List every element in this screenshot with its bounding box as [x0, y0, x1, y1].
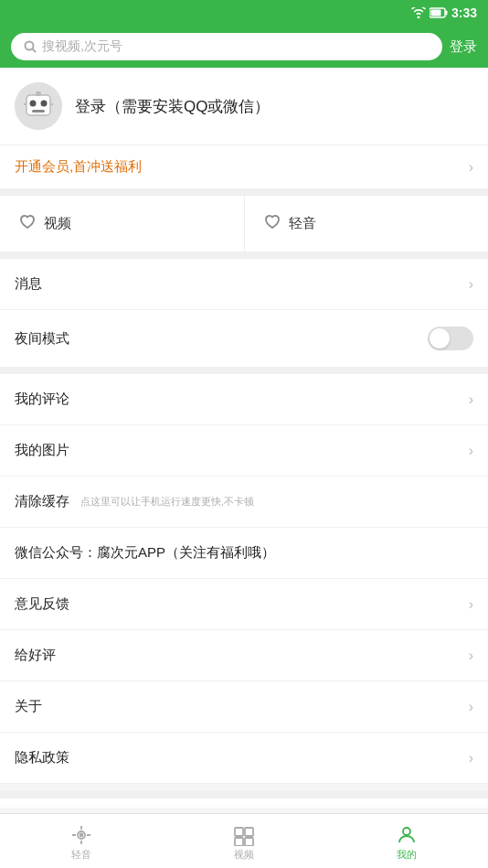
svg-rect-10	[36, 91, 41, 96]
heart-video-icon	[18, 212, 37, 235]
bottom-nav: 轻音 视频 我的	[0, 813, 488, 868]
search-placeholder-text: 搜视频,次元号	[42, 38, 122, 55]
menu-item-left-wechat-official: 微信公众号：腐次元APP（关注有福利哦）	[15, 544, 473, 562]
menu-item-label-clear-cache: 清除缓存	[15, 493, 69, 510]
search-bar: 搜视频,次元号 登录	[0, 26, 488, 68]
menu-chevron-icon-about: ›	[469, 699, 473, 715]
menu-item-feedback[interactable]: 意见反馈›	[0, 579, 488, 630]
toggle-night-mode[interactable]	[428, 327, 473, 350]
menu-item-label-messages: 消息	[15, 275, 42, 293]
search-input-wrapper[interactable]: 搜视频,次元号	[11, 33, 442, 60]
logout-section: 退出登录	[0, 791, 488, 808]
menu-item-clear-cache: 清除缓存点这里可以让手机运行速度更快,不卡顿	[0, 477, 488, 528]
nav-lightmusic-icon	[70, 824, 92, 846]
menu-chevron-icon-my-comments: ›	[469, 391, 473, 408]
svg-rect-18	[245, 838, 253, 846]
nav-my-icon	[396, 824, 418, 846]
nav-my-label: 我的	[397, 848, 417, 862]
vip-text: 开通会员,首冲送福利	[15, 158, 142, 176]
menu-item-night-mode[interactable]: 夜间模式	[0, 310, 488, 374]
menu-item-rate[interactable]: 给好评›	[0, 630, 488, 681]
toggle-thumb-night-mode	[430, 328, 450, 348]
svg-rect-16	[245, 828, 253, 836]
wifi-icon	[411, 7, 426, 18]
vip-banner[interactable]: 开通会员,首冲送福利 ›	[0, 145, 488, 196]
favorites-section: 视频 轻音	[0, 196, 488, 259]
menu-item-about[interactable]: 关于›	[0, 681, 488, 733]
menu-item-label-privacy: 隐私政策	[15, 749, 69, 766]
menu-item-privacy[interactable]: 隐私政策›	[0, 733, 488, 784]
menu-chevron-icon-privacy: ›	[469, 750, 473, 766]
status-icons: 3:33	[411, 5, 477, 20]
svg-point-19	[403, 828, 410, 835]
nav-item-video[interactable]: 视频	[163, 820, 325, 862]
menu-item-messages[interactable]: 消息›	[0, 259, 488, 310]
svg-rect-17	[235, 838, 243, 846]
toggle-track-night-mode	[428, 327, 473, 350]
vip-chevron-icon: ›	[469, 159, 473, 176]
menu-item-my-images[interactable]: 我的图片›	[0, 425, 488, 477]
menu-item-label-wechat-official: 微信公众号：腐次元APP（关注有福利哦）	[15, 544, 275, 562]
menu-item-left-my-comments: 我的评论	[15, 391, 469, 408]
nav-video-label: 视频	[234, 848, 254, 862]
svg-point-3	[26, 42, 34, 50]
menu-item-sub-clear-cache: 点这里可以让手机运行速度更快,不卡顿	[80, 495, 254, 509]
battery-icon	[430, 7, 448, 18]
favorites-lightmusic-item[interactable]: 轻音	[245, 196, 489, 252]
menu-item-label-night-mode: 夜间模式	[15, 330, 69, 348]
menu-item-wechat-official: 微信公众号：腐次元APP（关注有福利哦）	[0, 528, 488, 579]
svg-line-4	[33, 49, 37, 53]
status-time: 3:33	[451, 5, 477, 20]
menu-item-label-rate: 给好评	[15, 647, 56, 664]
svg-rect-15	[235, 828, 243, 836]
nav-video-icon	[233, 824, 255, 846]
favorites-video-label: 视频	[44, 215, 71, 232]
menu-item-label-my-images: 我的图片	[15, 442, 69, 459]
status-bar: 3:33	[0, 0, 488, 26]
menu-item-label-my-comments: 我的评论	[15, 391, 69, 408]
menu-chevron-icon-messages: ›	[469, 276, 473, 293]
menu-item-my-comments[interactable]: 我的评论›	[0, 374, 488, 425]
menu-list: 消息›夜间模式我的评论›我的图片›清除缓存点这里可以让手机运行速度更快,不卡顿微…	[0, 259, 488, 784]
menu-chevron-icon-feedback: ›	[469, 596, 473, 613]
profile-login-text: 登录（需要安装QQ或微信）	[75, 96, 270, 117]
menu-item-left-about: 关于	[15, 698, 469, 715]
nav-item-my[interactable]: 我的	[325, 820, 488, 862]
menu-item-left-night-mode: 夜间模式	[15, 330, 428, 348]
menu-item-label-feedback: 意见反馈	[15, 595, 69, 613]
nav-lightmusic-label: 轻音	[71, 848, 91, 862]
nav-item-light-music[interactable]: 轻音	[0, 820, 163, 862]
svg-point-14	[80, 834, 83, 837]
avatar-icon	[15, 82, 62, 130]
svg-rect-1	[445, 11, 447, 16]
svg-point-7	[30, 101, 37, 107]
svg-point-8	[41, 101, 48, 107]
avatar	[15, 82, 62, 130]
content-area: 登录（需要安装QQ或微信） 开通会员,首冲送福利 › 视频 轻音 消息›夜间模式…	[0, 68, 488, 808]
svg-rect-9	[32, 110, 45, 113]
menu-chevron-icon-rate: ›	[469, 648, 473, 664]
menu-chevron-icon-my-images: ›	[469, 443, 473, 459]
menu-item-left-my-images: 我的图片	[15, 442, 469, 459]
login-button-top[interactable]: 登录	[450, 38, 477, 56]
heart-music-icon	[263, 212, 281, 235]
menu-item-left-rate: 给好评	[15, 647, 469, 664]
svg-rect-2	[430, 10, 440, 16]
menu-item-label-about: 关于	[15, 698, 42, 715]
menu-item-left-clear-cache: 清除缓存点这里可以让手机运行速度更快,不卡顿	[15, 493, 473, 510]
menu-item-left-privacy: 隐私政策	[15, 749, 469, 766]
search-icon	[24, 40, 37, 53]
favorites-video-item[interactable]: 视频	[0, 196, 245, 252]
menu-item-left-messages: 消息	[15, 275, 469, 293]
profile-section[interactable]: 登录（需要安装QQ或微信）	[0, 68, 488, 145]
menu-item-left-feedback: 意见反馈	[15, 595, 469, 613]
favorites-lightmusic-label: 轻音	[289, 215, 316, 232]
